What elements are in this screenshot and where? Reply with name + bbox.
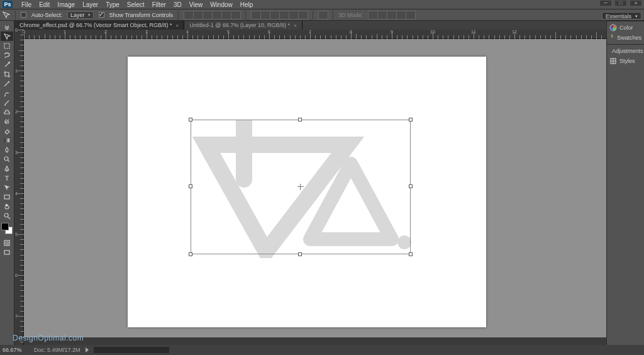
transform-bounding-box[interactable] [191,120,411,254]
menu-image[interactable]: Image [53,1,79,8]
distribute-group [251,11,308,20]
align-hcenter-button[interactable] [221,11,231,20]
gradient-tool[interactable] [1,135,13,145]
svg-point-6 [6,242,8,244]
mode3d-roll-button[interactable] [377,11,387,20]
transform-handle-n[interactable] [298,118,302,121]
distribute-bottom-button[interactable] [270,11,280,20]
menu-3d[interactable]: 3D [170,1,186,8]
status-flyout-icon[interactable] [86,347,89,352]
history-brush-tool[interactable] [1,116,13,126]
magic-wand-tool[interactable] [1,60,13,69]
eyedropper-tool[interactable] [1,79,13,88]
menu-window[interactable]: Window [206,1,236,8]
marquee-tool[interactable] [1,41,13,50]
pen-tool[interactable] [1,164,13,173]
menu-filter[interactable]: Filter [148,1,170,8]
mode3d-drag-button[interactable] [387,11,397,20]
clone-stamp-tool[interactable] [1,107,13,116]
menu-type[interactable]: Type [102,1,123,8]
move-tool[interactable] [1,31,13,41]
document-tab-label: Untitled-1 @ 66.7% (Layer 10, RGB/8) * [189,22,290,28]
shape-tool[interactable] [1,192,13,201]
mode3d-scale-button[interactable] [406,11,416,20]
lasso-tool[interactable] [1,50,13,60]
screen-mode-button[interactable] [1,247,13,257]
type-tool[interactable] [1,173,13,183]
canvas-page[interactable] [128,57,486,327]
separator [15,11,16,20]
align-left-button[interactable] [212,11,222,20]
window-minimize-button[interactable]: ─ [600,1,611,6]
foreground-color-chip[interactable] [1,223,9,230]
horizontal-scrollbar[interactable] [24,337,606,345]
transform-handle-s[interactable] [298,252,302,256]
document-tabs: Chrome_effect.psd @ 66.7% (Vector Smart … [14,21,606,30]
crop-tool[interactable] [1,69,13,79]
menu-edit[interactable]: Edit [35,1,53,8]
distribute-right-button[interactable] [298,11,308,20]
auto-select-dropdown[interactable]: Layer [67,11,94,19]
menu-layer[interactable]: Layer [79,1,102,8]
window-maximize-button[interactable]: □ [615,1,626,6]
menu-file[interactable]: File [18,1,35,8]
separator [313,11,313,20]
menu-select[interactable]: Select [123,1,148,8]
vertical-ruler[interactable]: 01234567 [14,30,24,345]
svg-rect-5 [4,240,9,245]
align-right-button[interactable] [231,11,241,20]
quick-mask-button[interactable] [1,238,13,247]
document-tab-inactive[interactable]: Untitled-1 @ 66.7% (Layer 10, RGB/8) * × [184,21,302,30]
transform-handle-sw[interactable] [189,252,192,256]
color-chips[interactable] [1,223,13,234]
mode3d-slide-button[interactable] [396,11,406,20]
transform-handle-nw[interactable] [189,118,192,121]
app-logo: Ps [3,1,13,8]
zoom-tool[interactable] [1,211,13,220]
mode3d-rotate-button[interactable] [368,11,378,20]
brush-tool[interactable] [1,98,13,107]
svg-rect-7 [4,251,9,254]
distribute-hcenter-button[interactable] [289,11,299,20]
distribute-left-button[interactable] [279,11,289,20]
distribute-top-button[interactable] [251,11,261,20]
distribute-vcenter-button[interactable] [260,11,270,20]
svg-rect-0 [4,43,9,48]
separator [178,11,179,20]
align-top-button[interactable] [184,11,194,20]
svg-point-4 [4,213,8,217]
show-transform-checkbox[interactable] [99,12,104,18]
close-tab-icon[interactable]: × [294,23,297,28]
svg-rect-1 [4,138,9,142]
transform-handle-se[interactable] [409,252,413,256]
separator [245,11,246,20]
dodge-tool[interactable] [1,154,13,164]
mode-3d-group [368,11,415,20]
workspace-selector[interactable]: Essentials [602,12,641,20]
close-tab-icon[interactable]: × [176,23,179,28]
menu-help[interactable]: Help [236,1,257,8]
document-tab-active[interactable]: Chrome_effect.psd @ 66.7% (Vector Smart … [14,21,184,30]
align-bottom-button[interactable] [203,11,213,20]
path-selection-tool[interactable] [1,183,13,192]
hand-tool[interactable] [1,201,13,211]
auto-select-checkbox[interactable] [21,12,26,18]
transform-handle-w[interactable] [189,184,192,188]
status-scroll-track[interactable] [94,347,169,353]
horizontal-ruler[interactable]: 0123456789101112 [24,30,606,39]
menu-view[interactable]: View [186,1,207,8]
watermark-text: DesignOptimal.com [13,334,84,342]
viewport[interactable] [24,39,606,337]
blur-tool[interactable] [1,145,13,154]
transform-center-icon[interactable] [297,184,304,190]
align-vcenter-button[interactable] [193,11,203,20]
document-size[interactable]: Doc: 5.49M/17.2M [34,347,80,353]
transform-handle-ne[interactable] [409,118,413,121]
tools-collapse-button[interactable] [1,22,13,31]
transform-handle-e[interactable] [409,184,413,188]
eraser-tool[interactable] [1,126,13,135]
healing-brush-tool[interactable] [1,88,13,98]
window-close-button[interactable]: × [630,1,641,6]
zoom-level[interactable]: 66.67% [3,347,29,353]
auto-align-button[interactable] [318,11,328,20]
